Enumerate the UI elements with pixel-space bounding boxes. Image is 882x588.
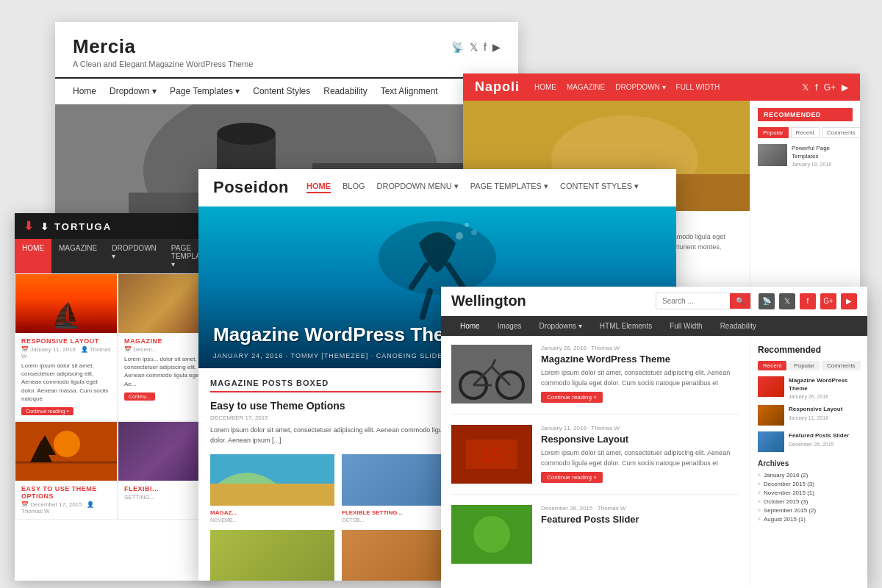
poseidon-nav-page-templates[interactable]: PAGE TEMPLATES ▾ (470, 182, 548, 193)
wellington-nav-dropdowns[interactable]: Dropdowns ▾ (530, 316, 590, 336)
nav-home[interactable]: Home (73, 86, 96, 96)
wellington-sidebar-tab-recent[interactable]: Recent (758, 361, 786, 370)
tortuga-cards: RESPONSIVE LAYOUT 📅 January 11, 2016 👤 T… (15, 273, 220, 520)
poseidon-nav: HOME BLOG DROPDOWN MENU ▾ PAGE TEMPLATES… (306, 182, 639, 193)
wellington-rss-icon[interactable]: 📡 (759, 293, 775, 309)
napoli-sidebar-tabs: Popular Recent Comments (758, 127, 853, 138)
wellington-twitter-icon[interactable]: 𝕏 (779, 293, 795, 309)
tortuga-nav-home[interactable]: HOME (15, 239, 51, 273)
twitter-icon: 𝕏 (470, 41, 478, 53)
wellington-nav-html[interactable]: HTML Elements (591, 316, 661, 336)
napoli-tab-comments[interactable]: Comments (822, 127, 860, 138)
tortuga-nav-dropdown[interactable]: DROPDOWN ▾ (104, 239, 164, 273)
wellington-article-meta-1: January 26, 2016 · Thomas W (541, 345, 739, 351)
poseidon-nav-home[interactable]: HOME (306, 182, 331, 193)
mercia-header: Mercia A Clean and Elegant Magazine Word… (55, 22, 518, 79)
wellington-article-meta-3: December 26, 2015 · Thomas W (541, 505, 739, 512)
nav-content-styles[interactable]: Content Styles (253, 86, 310, 96)
wellington-archive-dec: December 2015 (3) (758, 481, 860, 487)
wellington-sidebar-tab-popular[interactable]: Popular (789, 361, 820, 370)
mercia-nav: Home Dropdown ▾ Page Templates ▾ Content… (55, 79, 518, 104)
napoli-social: 𝕏 f G+ ▶ (802, 82, 848, 93)
wellington-article-content-1: January 26, 2016 · Thomas W Magazine Wor… (541, 345, 739, 404)
napoli-nav: HOME MAGAZINE DROPDOWN ▾ FULL WIDTH (534, 83, 720, 91)
wellington-window: Wellington 🔍 📡 𝕏 f G+ ▶ Home Images Drop… (441, 287, 867, 588)
poseidon-nav-blog[interactable]: BLOG (343, 182, 365, 193)
svg-point-38 (473, 516, 510, 553)
mercia-social: 📡 𝕏 f ▶ (451, 41, 501, 53)
wellington-sidebar-thumb-2 (758, 405, 784, 426)
tortuga-card-label-1: RESPONSIVE LAYOUT (21, 337, 111, 345)
napoli-tab-recent[interactable]: Recent (791, 127, 820, 138)
tortuga-card-label-3: EASY TO USE THEME OPTIONS (21, 485, 111, 500)
poseidon-hero-meta: JANUARY 24, 2016 · TOMMY [THEMEZEE] · CA… (213, 352, 448, 359)
wellington-search-input[interactable] (656, 294, 730, 308)
wellington-sidebar-item-title-2: Responsive Layout (789, 405, 842, 413)
wellington-nav-fullwidth[interactable]: Full Width (661, 316, 711, 336)
napoli-nav-dropdown[interactable]: DROPDOWN ▾ (615, 83, 665, 91)
tortuga-arrow-icon: ⬇ (24, 220, 34, 232)
wellington-gplus-icon[interactable]: G+ (820, 293, 836, 309)
tortuga-nav: HOME MAGAZINE DROPDOWN ▾ PAGE TEMPLATES … (15, 239, 220, 273)
poseidon-posts-grid: Magaz... NOVEMB... Flexible Setting... O… (210, 454, 466, 581)
wellington-article-title-2: Responsive Layout (541, 434, 739, 445)
tortuga-topbar: ⬇ ⬇ TORTUGA (15, 213, 220, 239)
svg-text:19: 19 (480, 443, 503, 466)
wellington-read-more-2[interactable]: Continue reading » (541, 472, 603, 483)
tortuga-logo: ⬇ ⬇ TORTUGA (24, 219, 115, 233)
mercia-title: Mercia (73, 35, 501, 58)
wellington-article-content-3: December 26, 2015 · Thomas W Featured Po… (541, 505, 739, 564)
wellington-archive-oct: October 2015 (3) (758, 498, 860, 505)
wellington-article-img-3 (451, 505, 532, 564)
wellington-sidebar: Recommended Recent Popular Comments Maga… (750, 336, 867, 586)
wellington-sidebar-tab-comments[interactable]: Comments (822, 361, 861, 370)
poseidon-nav-content[interactable]: CONTENT STYLES ▾ (560, 182, 639, 193)
wellington-nav-readability[interactable]: Readability (711, 316, 765, 336)
napoli-nav-magazine[interactable]: MAGAZINE (567, 83, 605, 91)
wellington-article-3: December 26, 2015 · Thomas W Featured Po… (451, 505, 739, 574)
bike-svg (451, 345, 532, 404)
poseidon-main-post-text: Lorem ipsum dolor sit amet, consectetuer… (210, 426, 466, 445)
napoli-side-content-1: Powerful Page Templates January 19, 2016 (792, 144, 853, 167)
napoli-twitter-icon: 𝕏 (802, 82, 809, 93)
svg-point-8 (54, 431, 80, 457)
napoli-nav-home[interactable]: HOME (534, 83, 556, 91)
wellington-youtube-icon[interactable]: ▶ (841, 293, 857, 309)
wellington-search[interactable]: 🔍 (656, 293, 751, 309)
wellington-nav-images[interactable]: Images (489, 316, 531, 336)
tortuga-nav-magazine[interactable]: MAGAZINE (51, 239, 104, 273)
wellington-sidebar-item-date-2: January 11, 2016 (789, 415, 842, 420)
nav-text-alignment[interactable]: Text Alignment (381, 86, 438, 96)
poseidon-post-date-1: NOVEMB... (210, 517, 334, 523)
wellington-sidebar-item-date-3: December 26, 2015 (789, 442, 849, 447)
facebook-icon: f (484, 41, 487, 53)
nav-dropdown[interactable]: Dropdown ▾ (110, 86, 157, 96)
wellington-sidebar-content-1: Magazine WordPress Theme January 26, 201… (789, 376, 860, 399)
poseidon-section-title: MAGAZINE POSTS BOXED (210, 379, 466, 392)
wellington-read-more-1[interactable]: Continue reading » (541, 392, 603, 403)
poseidon-nav-dropdown[interactable]: DROPDOWN MENU ▾ (377, 182, 459, 193)
wellington-sidebar-title: Recommended (758, 345, 860, 355)
wellington-archive-aug: August 2015 (1) (758, 516, 860, 523)
poseidon-topbar: Poseidon HOME BLOG DROPDOWN MENU ▾ PAGE … (198, 169, 676, 207)
svg-rect-26 (210, 484, 334, 506)
wellington-facebook-icon[interactable]: f (800, 293, 816, 309)
wellington-nav-home[interactable]: Home (451, 316, 489, 336)
nav-page-templates[interactable]: Page Templates ▾ (170, 86, 240, 96)
tortuga-card-btn-2[interactable]: Continu... (124, 392, 155, 401)
wellington-article-meta-2: January 11, 2016 · Thomas W (541, 425, 739, 431)
wellington-sidebar-item-date-1: January 26, 2016 (789, 394, 860, 399)
nav-readability[interactable]: Readability (323, 86, 367, 96)
napoli-tab-popular[interactable]: Popular (758, 127, 789, 138)
svg-point-23 (465, 223, 469, 227)
food-svg (451, 505, 532, 564)
svg-point-22 (456, 232, 463, 240)
wellington-article-content-2: January 11, 2016 · Thomas W Responsive L… (541, 425, 739, 484)
poseidon-post-img-1 (210, 454, 334, 506)
tortuga-card-btn-1[interactable]: Continue reading » (21, 407, 74, 415)
wellington-main: January 26, 2016 · Thomas W Magazine Wor… (441, 336, 750, 586)
wellington-social: 📡 𝕏 f G+ ▶ (759, 293, 857, 309)
wellington-sidebar-tabs: Recent Popular Comments (758, 361, 860, 370)
wellington-search-button[interactable]: 🔍 (730, 293, 750, 309)
napoli-nav-fullwidth[interactable]: FULL WIDTH (676, 83, 720, 91)
